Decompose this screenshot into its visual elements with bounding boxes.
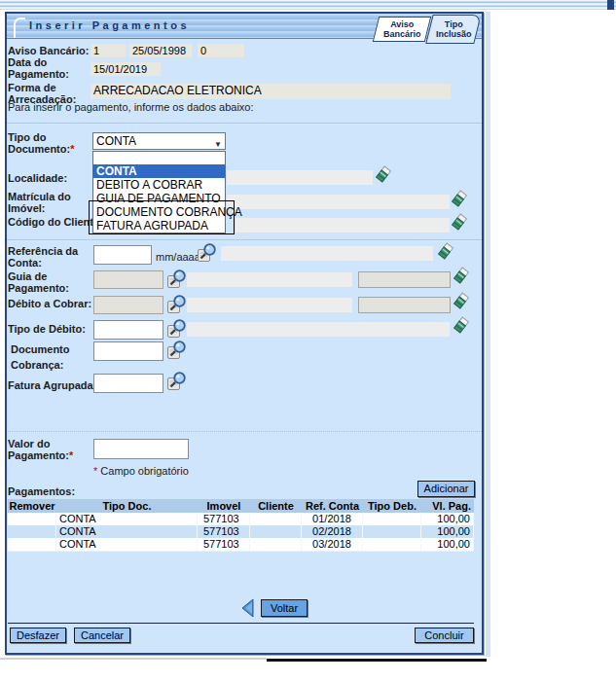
- table-row: CONTA 577103 01/2018 100,00: [8, 513, 474, 525]
- bottom-gray-line: [0, 658, 267, 660]
- tipo-debito-desc-field: [187, 322, 450, 337]
- valor-pagamento-label: Valor do Pagamento:*: [8, 438, 73, 461]
- right-side-strip: [486, 12, 490, 657]
- tipo-documento-select[interactable]: CONTA ▼: [92, 132, 226, 150]
- focus-rectangle: [89, 200, 235, 234]
- data-pagamento-value: 15/01/2019: [91, 62, 161, 76]
- table-row: CONTA 577103 03/2018 100,00: [8, 538, 474, 551]
- top-stripe-bar: [0, 0, 616, 10]
- debito-cobrar-eraser-icon[interactable]: [453, 292, 469, 309]
- tipo-debito-eraser-icon[interactable]: [453, 316, 469, 334]
- col-vl-pag: Vl. Pag.: [421, 499, 474, 513]
- separator: [7, 239, 482, 241]
- back-arrow-icon[interactable]: [239, 598, 255, 618]
- bottom-black-line: [267, 659, 487, 662]
- pagamentos-section-label: Pagamentos:: [8, 485, 75, 497]
- referencia-conta-label: Referência daConta:: [8, 245, 78, 269]
- matricula-imovel-label: Matrícula doImóvel:: [8, 191, 71, 214]
- codigo-cliente-name-field: [236, 218, 450, 233]
- aviso-bancario-seq: 0: [198, 44, 244, 57]
- screen: Inserir Pagamentos AvisoBancário TipoInc…: [0, 0, 616, 682]
- dropdown-option-blank[interactable]: [93, 152, 225, 164]
- referencia-conta-input[interactable]: [93, 245, 152, 265]
- referencia-conta-desc-field: [221, 246, 433, 261]
- aviso-bancario-date: 25/05/1998: [129, 44, 192, 57]
- debito-cobrar-search-icon[interactable]: [166, 294, 188, 315]
- tipo-debito-input[interactable]: [93, 320, 163, 340]
- page-title: Inserir Pagamentos: [29, 19, 190, 31]
- aviso-bancario-number: 1: [91, 44, 126, 57]
- dropdown-option-debito-a-cobrar[interactable]: DEBITO A COBRAR: [93, 178, 225, 192]
- table-row: CONTA 577103 02/2018 100,00: [8, 525, 474, 538]
- fatura-agrupada-input[interactable]: [93, 374, 163, 393]
- cancelar-button[interactable]: Cancelar: [74, 628, 130, 643]
- debito-cobrar-input-disabled: [93, 296, 163, 314]
- col-cliente: Cliente: [250, 499, 302, 513]
- guia-pagamento-input-disabled: [93, 270, 163, 289]
- titlebar-corner-decoration: [14, 18, 25, 38]
- codigo-cliente-eraser-icon[interactable]: [452, 213, 467, 231]
- dropdown-option-conta[interactable]: CONTA: [93, 164, 225, 178]
- pagamentos-table: Remover Tipo Doc. Imovel Cliente Ref. Co…: [8, 499, 474, 552]
- tab-aviso-bancario[interactable]: AvisoBancário: [373, 17, 431, 42]
- tipo-debito-search-icon[interactable]: [166, 318, 188, 340]
- tab-tipo-inclusao-label: TipoInclusão: [436, 19, 472, 39]
- required-field-note: * Campo obrigatório: [93, 465, 189, 477]
- guia-pagamento-search-icon[interactable]: [166, 269, 188, 290]
- valor-pagamento-input[interactable]: [93, 439, 189, 459]
- concluir-button[interactable]: Concluir: [415, 628, 474, 643]
- guia-pagamento-extra-field: [358, 271, 451, 288]
- separator: [7, 123, 482, 125]
- tipo-documento-label: Tipo do Documento:*: [8, 131, 74, 155]
- debito-cobrar-desc-field: [187, 298, 352, 312]
- guia-pagamento-desc-field: [187, 272, 352, 287]
- forma-arrecadacao-value: ARRECADACAO ELETRONICA: [91, 84, 451, 99]
- matricula-imovel-name-field: [227, 195, 450, 209]
- referencia-conta-search-icon[interactable]: [197, 242, 218, 264]
- adicionar-button[interactable]: Adicionar: [417, 481, 475, 497]
- footer-divider: [8, 623, 474, 624]
- desfazer-button[interactable]: Desfazer: [10, 628, 66, 643]
- data-pagamento-label: Data doPagamento:: [8, 56, 69, 80]
- documento-cobranca-input[interactable]: [93, 341, 163, 361]
- separator: [8, 431, 482, 432]
- col-remover: Remover: [8, 499, 56, 513]
- col-tipo-deb: Tipo Deb.: [363, 499, 421, 513]
- col-ref-conta: Ref. Conta: [302, 499, 363, 513]
- fatura-agrupada-label: Fatura Agrupada:: [8, 379, 96, 391]
- documento-cobranca-search-icon[interactable]: [166, 340, 188, 361]
- guia-pagamento-label: Guia dePagamento:: [8, 270, 69, 294]
- documento-cobranca-label: DocumentoCobrança:: [11, 343, 70, 371]
- referencia-conta-format-hint: mm/aaaa: [156, 251, 200, 263]
- debito-cobrar-extra-field: [358, 297, 451, 313]
- localidade-eraser-icon[interactable]: [376, 165, 391, 183]
- tipo-documento-selected-value: CONTA: [96, 134, 136, 148]
- col-imovel: Imovel: [198, 499, 250, 513]
- debito-cobrar-label: Débito a Cobrar:: [8, 298, 91, 309]
- tab-tipo-inclusao[interactable]: TipoInclusão: [425, 15, 481, 44]
- instruction-text: Para inserir o pagamento, informe os dad…: [8, 101, 254, 113]
- top-stripe-end-cap: [607, 0, 614, 10]
- aviso-bancario-label: Aviso Bancário:: [8, 45, 89, 56]
- localidade-name-field: [227, 170, 373, 185]
- voltar-button[interactable]: Voltar: [261, 599, 308, 617]
- referencia-conta-eraser-icon[interactable]: [438, 242, 453, 260]
- fatura-agrupada-search-icon[interactable]: [166, 371, 188, 392]
- guia-pagamento-eraser-icon[interactable]: [453, 267, 469, 284]
- matricula-eraser-icon[interactable]: [452, 190, 467, 207]
- col-tipo-doc: Tipo Doc.: [56, 499, 198, 513]
- table-header-row: Remover Tipo Doc. Imovel Cliente Ref. Co…: [8, 499, 474, 513]
- tab-aviso-bancario-label: AvisoBancário: [383, 19, 421, 39]
- tipo-debito-label: Tipo de Débito:: [8, 323, 86, 335]
- localidade-label: Localidade:: [8, 172, 67, 184]
